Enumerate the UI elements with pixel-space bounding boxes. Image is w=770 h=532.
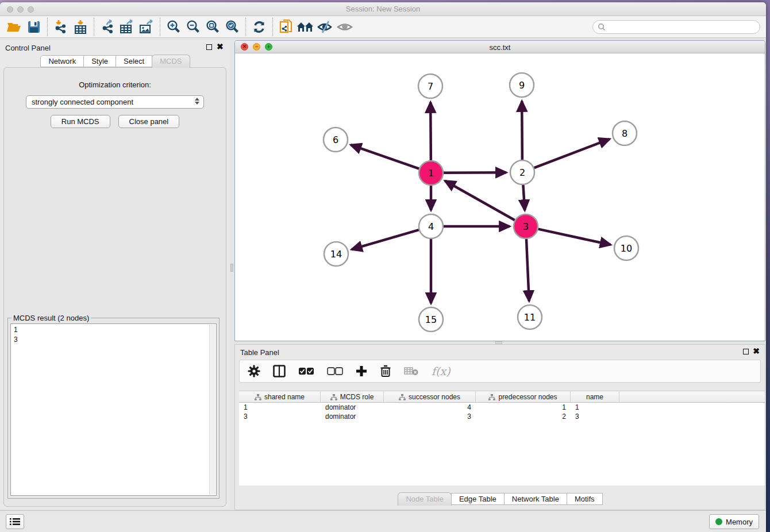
- toolbar-separator: [94, 18, 94, 36]
- table-row[interactable]: 3dominator323: [239, 412, 765, 421]
- shared-column-icon: [399, 394, 406, 400]
- refresh-icon[interactable]: [249, 18, 269, 36]
- table-settings-gear-icon[interactable]: [248, 363, 260, 379]
- import-network-icon[interactable]: [51, 18, 71, 36]
- export-image-icon[interactable]: [137, 18, 156, 36]
- table-panel-header: Table Panel ✖: [235, 345, 765, 360]
- tab-node-table[interactable]: Node Table: [398, 492, 452, 506]
- table-cell[interactable]: 3: [239, 412, 321, 421]
- edge-3-10[interactable]: [538, 229, 610, 245]
- table-row[interactable]: 1dominator411: [239, 403, 765, 412]
- open-file-icon[interactable]: [5, 18, 24, 36]
- edge-4-14[interactable]: [352, 230, 419, 249]
- table-cell[interactable]: 1: [476, 403, 571, 412]
- edge-1-7[interactable]: [430, 102, 431, 160]
- edge-2-9[interactable]: [522, 101, 522, 160]
- edge-1-6[interactable]: [351, 145, 419, 169]
- graph-node-label-15: 15: [425, 314, 437, 325]
- deselect-all-rows-icon[interactable]: [327, 363, 343, 379]
- close-panel-button[interactable]: Close panel: [118, 115, 180, 128]
- delete-column-trash-icon[interactable]: [380, 363, 391, 379]
- memory-label: Memory: [726, 518, 753, 526]
- column-header-MCDS-role[interactable]: MCDS role: [321, 391, 384, 403]
- tab-style[interactable]: Style: [83, 55, 116, 67]
- column-label: predecessor nodes: [498, 393, 557, 401]
- tab-network[interactable]: Network: [40, 55, 84, 67]
- import-table-icon[interactable]: [71, 18, 90, 36]
- control-panel-title: Control Panel: [5, 44, 51, 52]
- selected-option: strongly connected component: [32, 98, 133, 106]
- mcds-result-text[interactable]: 13: [10, 323, 217, 496]
- hide-glyphs-eye-slash-icon[interactable]: [315, 18, 335, 36]
- show-glyphs-eye-icon[interactable]: [335, 18, 355, 36]
- show-columns-icon[interactable]: [273, 363, 286, 379]
- save-session-icon[interactable]: [24, 18, 44, 36]
- tab-mcds[interactable]: MCDS: [152, 55, 190, 68]
- network-view-frame: ✕ − ＋ scc.txt 7968124314101511: [234, 40, 765, 341]
- list-icon: [10, 518, 20, 526]
- column-header-shared-name[interactable]: shared name: [239, 391, 321, 403]
- houses-icon[interactable]: [296, 18, 315, 36]
- table-cell[interactable]: 1: [571, 403, 619, 412]
- vertical-splitter-handle[interactable]: [230, 264, 233, 272]
- task-history-button[interactable]: [6, 514, 24, 529]
- optimization-criterion-select[interactable]: strongly connected component: [26, 95, 204, 109]
- edge-3-11[interactable]: [526, 239, 529, 301]
- network-frame-titlebar[interactable]: ✕ − ＋ scc.txt: [235, 41, 765, 53]
- table-toolbar: f(x): [239, 360, 761, 383]
- column-header-predecessor-nodes[interactable]: predecessor nodes: [476, 391, 571, 403]
- edge-3-1[interactable]: [445, 181, 514, 220]
- tab-edge-table[interactable]: Edge Table: [451, 493, 505, 505]
- column-header-name[interactable]: name: [571, 391, 619, 403]
- memory-button[interactable]: Memory: [709, 514, 759, 529]
- zoom-fit-icon[interactable]: [203, 18, 222, 36]
- table-cell[interactable]: dominator: [321, 403, 384, 412]
- graph-node-label-7: 7: [428, 81, 433, 92]
- zoom-in-icon[interactable]: [164, 18, 183, 36]
- table-cell[interactable]: 1: [239, 403, 321, 412]
- select-all-rows-icon[interactable]: [298, 363, 314, 379]
- graph-node-label-14: 14: [330, 249, 342, 260]
- edge-2-8[interactable]: [534, 139, 610, 168]
- memory-status-icon: [715, 518, 722, 525]
- node-table[interactable]: shared nameMCDS rolesuccessor nodesprede…: [239, 391, 765, 485]
- table-float-panel-icon[interactable]: [743, 349, 749, 354]
- run-mcds-button[interactable]: Run MCDS: [51, 115, 110, 128]
- result-scrollbar[interactable]: [209, 325, 215, 495]
- result-line: 3: [14, 335, 213, 345]
- table-cell[interactable]: 4: [384, 403, 476, 412]
- tab-select[interactable]: Select: [116, 55, 152, 67]
- search-icon: [598, 23, 606, 31]
- column-label: shared name: [264, 393, 305, 401]
- clone-network-icon[interactable]: [276, 18, 296, 36]
- control-panel-tabs: NetworkStyleSelectMCDS: [0, 55, 230, 68]
- table-cell[interactable]: 3: [571, 412, 619, 421]
- export-table-icon[interactable]: [117, 18, 137, 36]
- control-panel: Control Panel ✖ NetworkStyleSelectMCDS O…: [0, 40, 230, 509]
- tab-network-table[interactable]: Network Table: [504, 493, 567, 505]
- table-close-panel-icon[interactable]: ✖: [753, 346, 760, 356]
- toolbar-separator: [272, 18, 273, 36]
- toolbar-separator: [245, 18, 246, 36]
- graph-node-label-11: 11: [524, 312, 536, 323]
- control-panel-header: Control Panel ✖: [0, 40, 230, 55]
- mcds-tab-content: Optimization criterion: strongly connect…: [3, 67, 226, 507]
- create-column-plus-icon[interactable]: [356, 363, 367, 379]
- table-cell[interactable]: 3: [384, 412, 476, 421]
- network-canvas[interactable]: 7968124314101511: [235, 53, 765, 341]
- edge-2-3[interactable]: [523, 185, 525, 210]
- export-network-icon[interactable]: [98, 18, 117, 36]
- toolbar-separator: [160, 18, 160, 36]
- zoom-out-icon[interactable]: [183, 18, 203, 36]
- toolbar-separator: [47, 18, 48, 36]
- tab-motifs[interactable]: Motifs: [567, 493, 603, 505]
- search-input[interactable]: [592, 20, 760, 34]
- table-cell[interactable]: 2: [476, 412, 571, 421]
- edge-1-2[interactable]: [444, 172, 506, 173]
- network-graph[interactable]: 7968124314101511: [235, 53, 765, 341]
- close-panel-icon[interactable]: ✖: [217, 42, 224, 51]
- float-panel-icon[interactable]: [206, 44, 212, 50]
- column-header-successor-nodes[interactable]: successor nodes: [384, 391, 476, 403]
- table-cell[interactable]: dominator: [321, 412, 384, 421]
- zoom-selected-icon[interactable]: [222, 18, 242, 36]
